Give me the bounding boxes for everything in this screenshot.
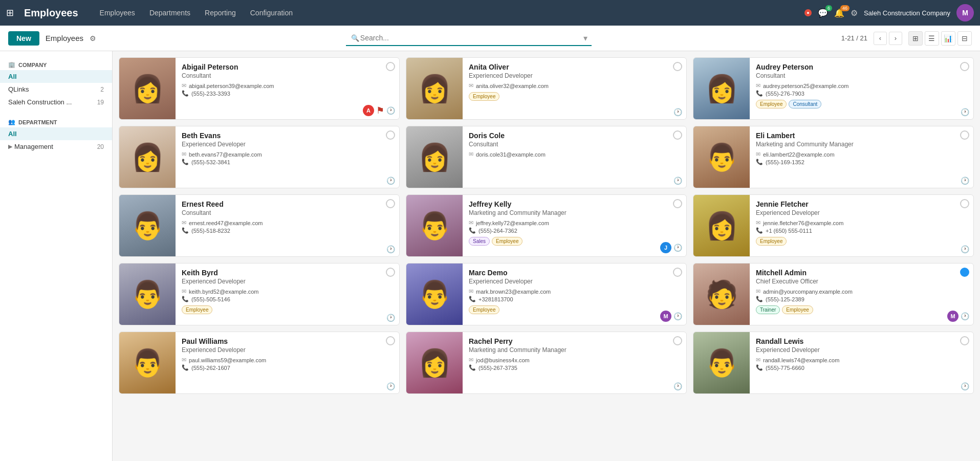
- email-icon: ✉: [182, 288, 186, 295]
- employee-card[interactable]: 👩 Anita Oliver Experienced Developer ✉an…: [406, 57, 687, 120]
- select-checkbox[interactable]: [386, 336, 395, 345]
- employee-card[interactable]: 👨 Ernest Reed Consultant ✉ernest.reed47@…: [119, 194, 400, 257]
- employee-email: ✉anita.oliver32@example.com: [469, 82, 681, 89]
- card-top-right: [386, 199, 395, 208]
- assigned-avatar: M: [947, 311, 959, 322]
- employee-card[interactable]: 👨 Paul Williams Experienced Developer ✉p…: [119, 332, 400, 394]
- employee-email: ✉audrey.peterson25@example.com: [756, 82, 968, 89]
- grid-icon[interactable]: ⊞: [6, 7, 14, 18]
- new-button[interactable]: New: [8, 31, 39, 46]
- card-info: Rachel Perry Marketing and Community Man…: [463, 332, 686, 393]
- employee-card[interactable]: 👨 Marc Demo Experienced Developer ✉mark.…: [406, 263, 687, 325]
- employee-card[interactable]: 👩 Audrey Peterson Consultant ✉audrey.pet…: [693, 57, 974, 120]
- user-avatar[interactable]: M: [956, 4, 974, 21]
- employee-email: ✉keith.byrd52@example.com: [182, 288, 394, 295]
- company-section-title: 🏢 COMPANY: [0, 57, 112, 70]
- email-icon: ✉: [756, 219, 760, 226]
- clock-icon[interactable]: 🕐: [673, 312, 682, 320]
- sidebar-item-saleh[interactable]: Saleh Construction ... 19: [0, 96, 112, 108]
- menu-employees[interactable]: Employees: [94, 6, 141, 20]
- employee-name: Paul Williams: [182, 337, 394, 345]
- search-input[interactable]: [346, 31, 592, 46]
- notification-activities[interactable]: 🔔 46: [834, 8, 844, 18]
- notification-red-dot[interactable]: ●: [804, 9, 812, 16]
- card-top-right: [960, 62, 969, 71]
- employee-card[interactable]: 👨 Jeffrey Kelly Marketing and Community …: [406, 194, 687, 257]
- select-checkbox[interactable]: [673, 130, 682, 140]
- chart-view-button[interactable]: 📊: [941, 31, 955, 46]
- flag-icon[interactable]: ⚑: [376, 105, 384, 116]
- clock-icon[interactable]: 🕐: [386, 106, 395, 115]
- select-checkbox[interactable]: [673, 268, 682, 277]
- select-checkbox[interactable]: [673, 336, 682, 345]
- clock-icon[interactable]: 🕐: [961, 312, 969, 320]
- employee-title: Experienced Developer: [756, 209, 968, 216]
- select-checkbox[interactable]: [960, 62, 969, 71]
- list-view-button[interactable]: ☰: [925, 31, 939, 46]
- employee-card[interactable]: 🧑 Mitchell Admin Chief Executive Officer…: [693, 263, 974, 325]
- select-checkbox[interactable]: [386, 62, 395, 71]
- card-info: Jeffrey Kelly Marketing and Community Ma…: [463, 195, 686, 256]
- app-title: Employees: [24, 7, 78, 19]
- select-checkbox[interactable]: [960, 268, 969, 277]
- sidebar-item-dept-all[interactable]: All: [0, 127, 112, 140]
- clock-icon[interactable]: 🕐: [386, 177, 395, 185]
- select-checkbox[interactable]: [960, 199, 969, 208]
- employee-phone: 📞(555)-262-1607: [182, 364, 394, 371]
- clock-icon[interactable]: 🕐: [386, 314, 395, 322]
- clock-icon[interactable]: 🕐: [961, 382, 969, 390]
- employee-email: ✉ernest.reed47@example.com: [182, 219, 394, 226]
- card-top-right: [386, 62, 395, 71]
- select-checkbox[interactable]: [960, 336, 969, 345]
- select-checkbox[interactable]: [960, 130, 969, 140]
- phone-icon: 📞: [182, 90, 189, 97]
- clock-icon[interactable]: 🕐: [673, 244, 682, 252]
- clock-icon[interactable]: 🕐: [386, 245, 395, 253]
- clock-icon[interactable]: 🕐: [961, 108, 969, 116]
- card-top-right: [960, 199, 969, 208]
- employee-tags: Employee: [469, 92, 681, 101]
- employee-card[interactable]: 👩 Jennie Fletcher Experienced Developer …: [693, 194, 974, 257]
- next-page-button[interactable]: ›: [889, 32, 902, 45]
- employee-title: Consultant: [182, 72, 394, 79]
- clock-icon[interactable]: 🕐: [673, 382, 682, 390]
- clock-icon[interactable]: 🕐: [961, 177, 969, 185]
- select-checkbox[interactable]: [386, 130, 395, 140]
- employee-card[interactable]: 👩 Abigail Peterson Consultant ✉abigail.p…: [119, 57, 400, 120]
- phone-icon: 📞: [756, 227, 763, 234]
- select-checkbox[interactable]: [673, 199, 682, 208]
- card-bottom-right: 🕐: [961, 245, 969, 253]
- email-icon: ✉: [469, 151, 473, 158]
- menu-configuration[interactable]: Configuration: [244, 6, 299, 20]
- settings-icon[interactable]: ⚙: [851, 8, 858, 18]
- clock-icon[interactable]: 🕐: [386, 382, 395, 390]
- sidebar-item-management[interactable]: ▶ Management 20: [0, 140, 112, 153]
- employee-card[interactable]: 👨 Randall Lewis Experienced Developer ✉r…: [693, 332, 974, 394]
- clock-icon[interactable]: 🕐: [673, 177, 682, 185]
- employee-tags: Sales Employee: [469, 237, 681, 246]
- notification-messages[interactable]: 💬 6: [818, 8, 828, 18]
- sidebar-item-company-all[interactable]: All: [0, 70, 112, 83]
- employee-avatar: 👩: [119, 126, 176, 188]
- pagination-buttons: ‹ ›: [874, 32, 902, 45]
- menu-departments[interactable]: Departments: [143, 6, 197, 20]
- prev-page-button[interactable]: ‹: [874, 32, 887, 45]
- employee-card[interactable]: 👩 Rachel Perry Marketing and Community M…: [406, 332, 687, 394]
- grid-view-button[interactable]: ⊟: [957, 31, 972, 46]
- phone-icon: 📞: [469, 296, 476, 302]
- clock-icon[interactable]: 🕐: [961, 245, 969, 253]
- select-checkbox[interactable]: [386, 199, 395, 208]
- select-checkbox[interactable]: [386, 268, 395, 277]
- select-checkbox[interactable]: [673, 62, 682, 71]
- employee-card[interactable]: 👩 Doris Cole Consultant ✉doris.cole31@ex…: [406, 126, 687, 188]
- page-settings-icon[interactable]: ⚙: [90, 34, 96, 42]
- employee-card[interactable]: 👨 Eli Lambert Marketing and Community Ma…: [693, 126, 974, 188]
- kanban-view-button[interactable]: ⊞: [908, 31, 923, 46]
- phone-icon: 📞: [756, 90, 763, 97]
- sidebar-item-qlinks[interactable]: QLinks 2: [0, 83, 112, 96]
- menu-reporting[interactable]: Reporting: [199, 6, 242, 20]
- clock-icon[interactable]: 🕐: [673, 108, 682, 116]
- employee-card[interactable]: 👩 Beth Evans Experienced Developer ✉beth…: [119, 126, 400, 188]
- employee-card[interactable]: 👨 Keith Byrd Experienced Developer ✉keit…: [119, 263, 400, 325]
- search-dropdown-icon[interactable]: ▾: [583, 33, 587, 43]
